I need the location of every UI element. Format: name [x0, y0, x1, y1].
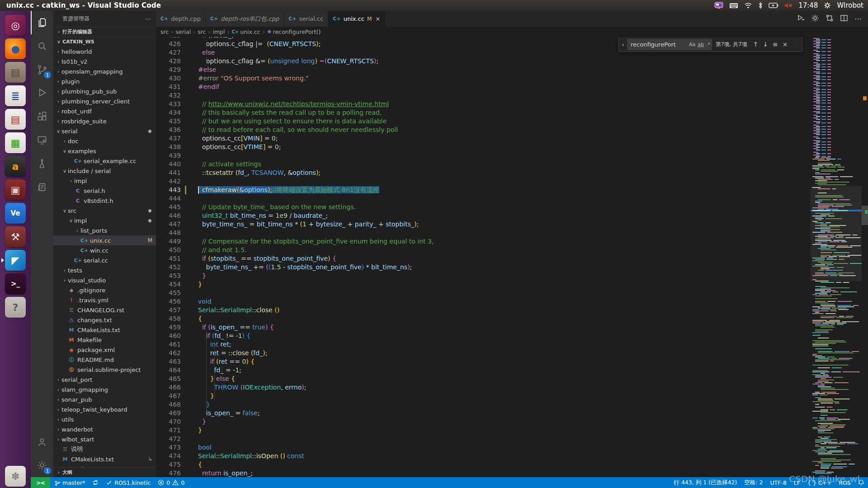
explorer-more-actions-icon[interactable]: ⋯ — [145, 16, 151, 22]
tree-item-helloworld[interactable]: ›helloworld — [53, 47, 156, 56]
split-editor-icon[interactable] — [840, 14, 848, 24]
tree-item-cmd[interactable]: ☰cmd — [53, 464, 156, 467]
status-language-mode[interactable]: { } C++ — [804, 477, 835, 488]
tree-item-ls01b_v2[interactable]: ›ls01b_v2 — [53, 56, 156, 66]
code-line-459[interactable]: 459 if (is_open_ == true) { — [156, 323, 811, 332]
remote-indicator[interactable]: >< — [31, 477, 50, 488]
tree-item-CMakeLists.txt[interactable]: MCMakeLists.txt — [53, 325, 156, 335]
code-line-472[interactable]: 472 — [156, 435, 811, 443]
breadcrumb-item-reconfigurePort[interactable]: reconfigurePort() — [273, 28, 321, 35]
scrollbar-slider[interactable] — [862, 206, 868, 225]
tab-unix.cc[interactable]: C+unix.ccM× — [328, 11, 385, 27]
tree-item-include-serial[interactable]: ∨include / serial — [53, 166, 156, 176]
tree-item-plumbing_server_client[interactable]: ›plumbing_server_client — [53, 96, 156, 106]
code-line-467[interactable]: 467 } — [156, 392, 811, 400]
tab-depth.cpp[interactable]: C+depth.cpp — [156, 11, 206, 27]
settings-gear-icon[interactable]: 1 — [31, 454, 53, 477]
libreoffice-impress-icon[interactable]: ▤ — [2, 108, 28, 131]
ve-app-icon[interactable]: Ve — [2, 202, 28, 225]
code-line-450[interactable]: 450 // and not 1.5. — [156, 246, 811, 254]
breadcrumb-item-serial[interactable]: serial — [175, 28, 191, 35]
code-line-453[interactable]: 453 } — [156, 272, 811, 280]
volume-muted-icon[interactable] — [784, 2, 793, 9]
test-beaker-icon[interactable] — [31, 152, 53, 175]
tab-close-icon[interactable]: × — [375, 15, 380, 22]
code-line-451[interactable]: 451 if (stopbits_ == stopbits_one_point_… — [156, 254, 811, 263]
trash-icon[interactable]: ✽ — [2, 465, 28, 488]
code-line-452[interactable]: 452 byte_time_ns_ += ((1.5 - stopbits_on… — [156, 263, 811, 272]
tree-item-serial.sublime-project[interactable]: Ⓢserial.sublime-project — [53, 365, 156, 375]
code-line-456[interactable]: 456void — [156, 297, 811, 306]
tree-item-tests[interactable]: ›tests — [53, 265, 156, 275]
tree-item-sonar_pub[interactable]: ›sonar_pub — [53, 394, 156, 404]
software-center-icon[interactable]: ▣ — [2, 178, 28, 202]
run-debug-icon[interactable] — [31, 81, 53, 105]
code-line-434[interactable]: 434 // this basically sets the read call… — [156, 108, 811, 117]
find-expand-chevron-icon[interactable]: › — [619, 41, 627, 48]
status-git-branch[interactable]: master* — [50, 477, 89, 488]
code-line-439[interactable]: 439 — [156, 151, 811, 160]
tree-item-src[interactable]: ∨src — [53, 206, 156, 216]
tree-item-doc[interactable]: ›doc — [53, 136, 156, 146]
overview-ruler[interactable] — [862, 37, 868, 477]
wifi-icon[interactable] — [744, 2, 752, 9]
tree-item-.gitignore[interactable]: ◆.gitignore — [53, 285, 156, 295]
code-line-449[interactable]: 449 // Compensate for the stopbits_one_p… — [156, 237, 811, 246]
minimap[interactable] — [811, 37, 862, 477]
more-actions-icon[interactable]: ⋯ — [854, 14, 862, 23]
tree-item-serial_example.cc[interactable]: C+serial_example.cc — [53, 156, 156, 166]
code-line-465[interactable]: 465 } else { — [156, 375, 811, 383]
code-line-463[interactable]: 463 if (ret == 0) { — [156, 357, 811, 366]
remote-explorer-icon[interactable] — [31, 128, 53, 152]
account-icon[interactable] — [31, 430, 53, 454]
tree-item-v8stdint.h[interactable]: Cv8stdint.h — [53, 196, 156, 206]
tree-item-examples[interactable]: ∨examples — [53, 146, 156, 156]
keyboard-icon[interactable] — [729, 2, 738, 9]
status-cursor-position[interactable]: 行 443, 列 1 (已选择42) — [670, 477, 741, 488]
find-input[interactable]: reconfigurePort Aa ab .* — [627, 39, 712, 50]
tree-item-CMakeLists.txt[interactable]: MCMakeLists.txt↳ — [53, 454, 156, 464]
breadcrumb-item-impl[interactable]: impl — [212, 28, 225, 35]
code-line-438[interactable]: 438 options.c_cc[VTIME] = 0; — [156, 143, 811, 151]
tree-item-unix.cc[interactable]: C+unix.ccM — [53, 235, 156, 245]
find-in-selection-icon[interactable]: ≡ — [773, 41, 778, 48]
tree-item-list_ports[interactable]: ›list_ports — [53, 225, 156, 235]
battery-icon[interactable] — [769, 3, 778, 8]
terminal-icon[interactable]: >_ — [2, 272, 28, 296]
breadcrumb-item-unix.cc[interactable]: unix.cc — [240, 28, 260, 35]
whole-word-icon[interactable]: ab — [698, 42, 704, 47]
status-ros-status[interactable]: ROS — [835, 477, 854, 488]
status-notifications-bell[interactable] — [854, 477, 868, 488]
status-problems[interactable]: 00 — [154, 477, 188, 488]
code-editor[interactable]: 425 if (rtscts_)426 options.c_cflag |= (… — [156, 37, 811, 477]
tree-item-teleop_twist_keyboard[interactable]: ›teleop_twist_keyboard — [53, 404, 156, 414]
session-user[interactable]: Wlrobot — [837, 1, 863, 9]
tree-item-serial.h[interactable]: Cserial.h — [53, 186, 156, 196]
code-line-431[interactable]: 431#endif — [156, 83, 811, 91]
code-line-474[interactable]: 474Serial::SerialImpl::isOpen () const — [156, 452, 811, 460]
code-line-461[interactable]: 461 int ret; — [156, 340, 811, 349]
status-sync[interactable] — [89, 477, 102, 488]
tree-item-README.md[interactable]: ⓘREADME.md — [53, 355, 156, 365]
tweaks-icon[interactable]: ⚒ — [2, 225, 28, 249]
code-line-475[interactable]: 475{ — [156, 460, 811, 469]
find-close-icon[interactable]: × — [783, 41, 788, 48]
code-line-446[interactable]: 446 uint32_t bit_time_ns = 1e9 / baudrat… — [156, 211, 811, 220]
code-line-440[interactable]: 440 // activate settings — [156, 160, 811, 169]
tree-item-win.cc[interactable]: C+win.cc — [53, 245, 156, 255]
tree-item--[interactable]: ☰说明 — [53, 444, 156, 454]
tree-item-serial_port[interactable]: ›serial_port — [53, 375, 156, 385]
tree-item-Makefile[interactable]: MMakefile — [53, 335, 156, 345]
code-line-432[interactable]: 432 — [156, 91, 811, 100]
tree-item-robot_urdf[interactable]: ›robot_urdf — [53, 106, 156, 116]
extensions-icon[interactable] — [31, 105, 53, 128]
code-line-441[interactable]: 441 ::tcsetattr (fd_, TCSANOW, &options)… — [156, 169, 811, 177]
tree-item-serial.cc[interactable]: C+serial.cc — [53, 255, 156, 265]
code-line-457[interactable]: 457Serial::SerialImpl::close () — [156, 306, 811, 314]
code-line-464[interactable]: 464 fd_ = -1; — [156, 366, 811, 375]
tree-item-plumbing_pub_sub[interactable]: ›plumbing_pub_sub — [53, 86, 156, 96]
code-line-447[interactable]: 447 byte_time_ns_ = bit_time_ns * (1 + b… — [156, 220, 811, 229]
source-control-icon[interactable]: 1 — [31, 58, 53, 81]
code-line-471[interactable]: 471} — [156, 426, 811, 435]
open-editors-section[interactable]: › 打开的编辑器 — [53, 27, 156, 37]
